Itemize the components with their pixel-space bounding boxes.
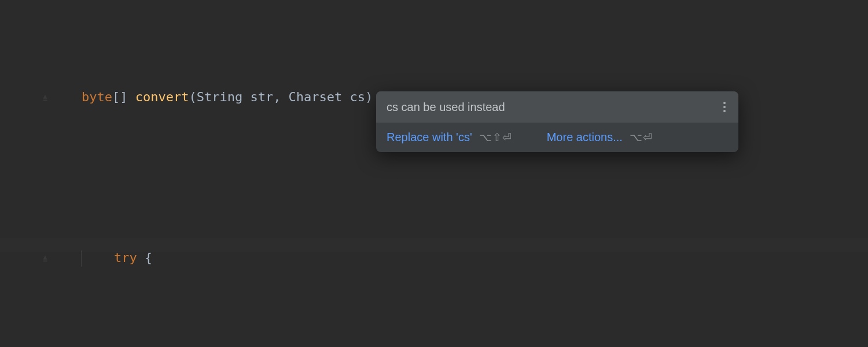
popup-actions-row: Replace with 'cs' ⌥⇧⏎ More actions... ⌥⏎ [376,123,738,152]
method-params: (String str, Charset cs) { [189,90,388,104]
inspection-popup: cs can be used instead Replace with 'cs'… [376,91,738,152]
keyword-byte: byte [82,90,112,104]
more-vertical-icon[interactable] [721,99,728,115]
keyword-try: try [114,250,137,265]
gutter-override-icon[interactable] [41,204,49,313]
more-actions-link[interactable]: More actions... [547,131,623,144]
shortcut-label: ⌥⇧⏎ [479,131,512,144]
code-editor[interactable]: byte[] convert(String str, Charset cs) {… [0,0,868,347]
code-line[interactable]: try { [10,178,868,339]
end-of-text-line [0,238,868,252]
gutter-override-icon[interactable] [41,43,49,153]
brackets: [] [112,90,135,104]
popup-header: cs can be used instead [376,91,738,123]
code-line[interactable]: return str.getBytes(cs.name()); [10,339,868,347]
method-name: convert [135,90,189,104]
quickfix-replace-link[interactable]: Replace with 'cs' [387,131,472,144]
popup-title: cs can be used instead [387,101,505,114]
brace: { [137,250,153,265]
shortcut-label: ⌥⏎ [630,131,653,144]
